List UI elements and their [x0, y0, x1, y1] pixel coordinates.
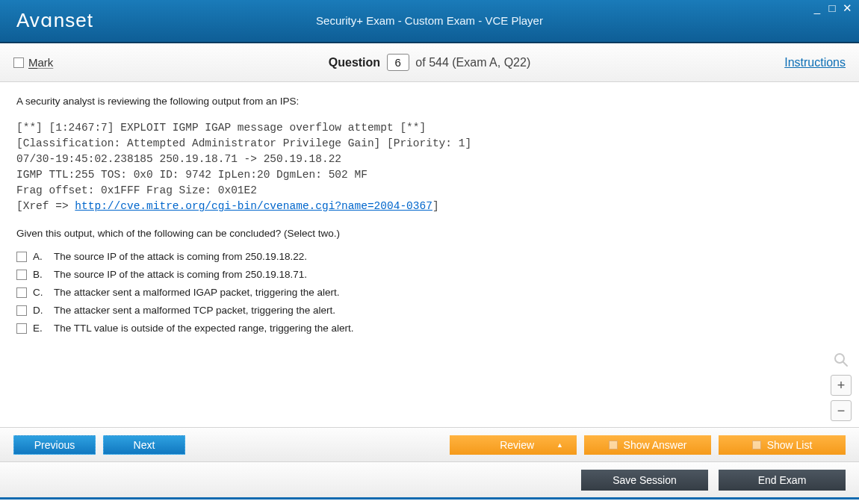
- zoom-in-button[interactable]: +: [831, 375, 852, 396]
- previous-button[interactable]: Previous: [13, 435, 96, 455]
- option-letter: C.: [33, 287, 48, 298]
- option-letter: E.: [33, 323, 48, 334]
- bottom-accent: [0, 497, 859, 500]
- cve-link[interactable]: http://cve.mitre.org/cgi-bin/cvename.cgi…: [75, 200, 432, 212]
- zoom-out-button[interactable]: −: [831, 400, 852, 421]
- question-indicator: Question 6 of 544 (Exam A, Q22): [0, 54, 859, 71]
- option-letter: D.: [33, 305, 48, 316]
- option-b[interactable]: B. The source IP of the attack is coming…: [16, 269, 843, 280]
- question-content: A security analyst is reviewing the foll…: [0, 82, 859, 427]
- option-letter: B.: [33, 269, 48, 280]
- option-checkbox[interactable]: [16, 323, 27, 334]
- minimize-icon[interactable]: _: [811, 3, 823, 13]
- show-list-button[interactable]: Show List: [719, 435, 846, 455]
- show-list-checkbox[interactable]: [752, 441, 761, 449]
- show-answer-checkbox[interactable]: [609, 441, 618, 449]
- code-line: [Classification: Attempted Administrator…: [16, 137, 471, 149]
- option-text: The source IP of the attack is coming fr…: [54, 269, 307, 280]
- code-line: Frag offset: 0x1FFF Frag Size: 0x01E2: [16, 184, 257, 196]
- question-label: Question: [329, 56, 380, 69]
- footer-bar: Save Session End Exam: [0, 461, 859, 497]
- zoom-controls: + −: [831, 349, 852, 421]
- question-intro: A security analyst is reviewing the foll…: [16, 96, 843, 107]
- option-letter: A.: [33, 251, 48, 262]
- titlebar: Avɑnset Security+ Exam - Custom Exam - V…: [0, 0, 859, 43]
- option-a[interactable]: A. The source IP of the attack is coming…: [16, 251, 843, 262]
- navigation-bar: Previous Next Review ▲ Show Answer Show …: [0, 427, 859, 461]
- option-e[interactable]: E. The TTL value is outside of the expec…: [16, 323, 843, 334]
- svg-line-1: [843, 362, 847, 366]
- next-button[interactable]: Next: [103, 435, 185, 455]
- question-header: Mark Question 6 of 544 (Exam A, Q22) Ins…: [0, 43, 859, 82]
- magnifier-icon[interactable]: [831, 349, 852, 370]
- close-icon[interactable]: ✕: [841, 3, 853, 13]
- review-label: Review: [500, 439, 534, 451]
- option-text: The TTL value is outside of the expected…: [54, 323, 354, 334]
- option-text: The attacker sent a malformed TCP packet…: [54, 305, 335, 316]
- answer-options: A. The source IP of the attack is coming…: [16, 251, 843, 334]
- code-line: ]: [432, 200, 439, 212]
- option-checkbox[interactable]: [16, 287, 27, 298]
- code-line: 07/30-19:45:02.238185 250.19.18.71 -> 25…: [16, 153, 341, 165]
- option-checkbox[interactable]: [16, 305, 27, 316]
- option-checkbox[interactable]: [16, 252, 27, 262]
- code-line: IGMP TTL:255 TOS: 0x0 ID: 9742 IpLen:20 …: [16, 169, 368, 181]
- option-text: The source IP of the attack is coming fr…: [54, 251, 307, 262]
- review-button[interactable]: Review ▲: [450, 435, 577, 455]
- question-prompt: Given this output, which of the followin…: [16, 228, 843, 239]
- ips-output-block: [**] [1:2467:7] EXPLOIT IGMP IGAP messag…: [16, 120, 843, 214]
- triangle-up-icon: ▲: [556, 441, 563, 449]
- window-title: Security+ Exam - Custom Exam - VCE Playe…: [0, 14, 859, 27]
- show-answer-button[interactable]: Show Answer: [584, 435, 711, 455]
- svg-point-0: [835, 354, 844, 363]
- save-session-button[interactable]: Save Session: [581, 470, 708, 491]
- option-d[interactable]: D. The attacker sent a malformed TCP pac…: [16, 305, 843, 316]
- code-line: [Xref =>: [16, 200, 75, 212]
- question-total: of 544 (Exam A, Q22): [415, 56, 530, 69]
- option-text: The attacker sent a malformed IGAP packe…: [54, 287, 339, 298]
- show-list-label: Show List: [767, 439, 813, 451]
- end-exam-button[interactable]: End Exam: [719, 470, 846, 491]
- option-checkbox[interactable]: [16, 270, 27, 280]
- show-answer-label: Show Answer: [624, 439, 687, 451]
- maximize-icon[interactable]: □: [826, 3, 838, 13]
- code-line: [**] [1:2467:7] EXPLOIT IGMP IGAP messag…: [16, 122, 426, 134]
- window-controls: _ □ ✕: [811, 3, 853, 13]
- question-number-input[interactable]: 6: [387, 54, 409, 71]
- option-c[interactable]: C. The attacker sent a malformed IGAP pa…: [16, 287, 843, 298]
